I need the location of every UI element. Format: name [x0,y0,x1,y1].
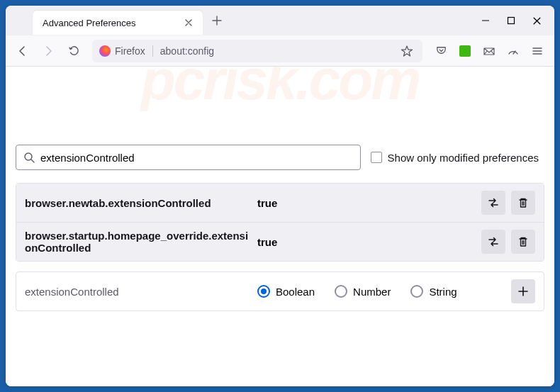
toggle-button[interactable] [481,191,505,215]
firefox-logo-icon [99,45,111,57]
type-string-radio[interactable]: String [410,285,457,298]
browser-tab[interactable]: Advanced Preferences [33,11,203,35]
pref-value: true [257,236,476,248]
preferences-list: browser.newtab.extensionControlled true … [16,183,544,262]
pref-value: true [257,197,476,209]
new-pref-name: extensionControlled [25,286,252,298]
preference-row[interactable]: browser.newtab.extensionControlled true [16,184,544,222]
show-modified-checkbox[interactable]: Show only modified preferences [371,152,544,164]
add-button[interactable] [511,279,535,303]
page-content: pcrisk.com Show only modified preference… [6,67,554,386]
url-text: about:config [160,45,398,57]
radio-label: Boolean [276,286,315,298]
minimize-button[interactable] [481,16,491,26]
radio-icon [410,285,423,298]
identity-box[interactable]: Firefox [99,45,153,57]
forward-button[interactable] [37,40,60,62]
svg-rect-0 [508,18,515,24]
pref-name: browser.startup.homepage_override.extens… [25,230,252,254]
search-input[interactable] [40,152,353,164]
search-row: Show only modified preferences [16,145,544,170]
delete-button[interactable] [511,230,535,254]
toggle-button[interactable] [481,230,505,254]
radio-label: Number [353,286,391,298]
checkbox-icon [371,152,382,163]
type-boolean-radio[interactable]: Boolean [257,285,315,298]
tab-title: Advanced Preferences [40,18,181,28]
menu-button[interactable] [526,40,549,62]
radio-icon [257,285,270,298]
preference-row[interactable]: browser.startup.homepage_override.extens… [16,222,544,261]
extension-icon[interactable] [454,40,476,62]
url-bar[interactable]: Firefox about:config [92,40,422,62]
pref-name: browser.newtab.extensionControlled [25,197,252,209]
title-bar: Advanced Preferences [6,6,554,35]
search-icon [23,152,35,163]
reload-button[interactable] [62,40,85,62]
close-window-button[interactable] [532,16,542,26]
svg-point-1 [25,153,32,160]
new-tab-button[interactable] [207,11,227,30]
show-modified-label: Show only modified preferences [388,152,539,164]
pocket-icon[interactable] [430,40,452,62]
window-controls [481,6,554,35]
identity-label: Firefox [115,45,145,57]
type-number-radio[interactable]: Number [335,285,391,298]
close-tab-icon[interactable] [181,16,196,30]
inbox-icon[interactable] [478,40,500,62]
maximize-button[interactable] [506,16,516,26]
radio-icon [335,285,347,298]
search-box[interactable] [16,145,361,170]
new-preference-row: extensionControlled Boolean Number Strin… [16,271,544,311]
gauge-icon[interactable] [502,40,525,62]
browser-window: Advanced Preferences [6,6,554,386]
bookmark-star-icon[interactable] [398,43,415,60]
radio-label: String [429,286,457,298]
delete-button[interactable] [511,191,535,215]
nav-toolbar: Firefox about:config [6,35,554,67]
back-button[interactable] [11,40,34,62]
watermark: pcrisk.com [16,67,544,113]
